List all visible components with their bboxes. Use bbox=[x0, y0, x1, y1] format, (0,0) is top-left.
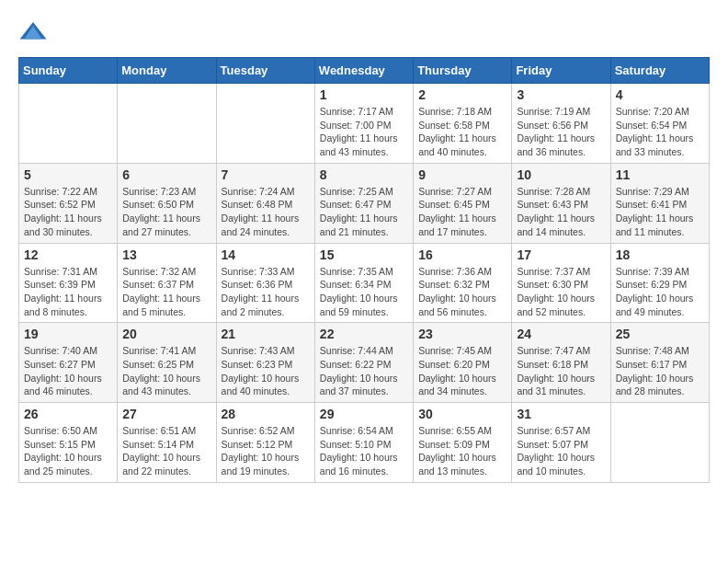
calendar-day-cell: 1Sunrise: 7:17 AM Sunset: 7:00 PM Daylig… bbox=[314, 84, 413, 164]
calendar-day-cell bbox=[610, 403, 709, 483]
day-info: Sunrise: 6:54 AM Sunset: 5:10 PM Dayligh… bbox=[320, 424, 408, 478]
day-info: Sunrise: 6:51 AM Sunset: 5:14 PM Dayligh… bbox=[122, 424, 210, 478]
column-header-sunday: Sunday bbox=[19, 58, 118, 84]
page-header bbox=[18, 18, 710, 48]
calendar-day-cell: 7Sunrise: 7:24 AM Sunset: 6:48 PM Daylig… bbox=[216, 163, 314, 243]
calendar-day-cell: 8Sunrise: 7:25 AM Sunset: 6:47 PM Daylig… bbox=[314, 163, 413, 243]
day-number: 1 bbox=[320, 87, 408, 102]
calendar-day-cell: 16Sunrise: 7:36 AM Sunset: 6:32 PM Dayli… bbox=[414, 243, 512, 323]
day-info: Sunrise: 7:24 AM Sunset: 6:48 PM Dayligh… bbox=[222, 185, 310, 239]
day-info: Sunrise: 6:57 AM Sunset: 5:07 PM Dayligh… bbox=[517, 424, 605, 478]
column-header-friday: Friday bbox=[512, 58, 610, 84]
column-header-wednesday: Wednesday bbox=[314, 58, 413, 84]
day-info: Sunrise: 7:37 AM Sunset: 6:30 PM Dayligh… bbox=[517, 265, 605, 319]
calendar-day-cell bbox=[216, 84, 314, 164]
calendar-week-row: 1Sunrise: 7:17 AM Sunset: 7:00 PM Daylig… bbox=[19, 84, 710, 164]
calendar-day-cell: 25Sunrise: 7:48 AM Sunset: 6:17 PM Dayli… bbox=[610, 323, 709, 403]
day-info: Sunrise: 7:45 AM Sunset: 6:20 PM Dayligh… bbox=[418, 344, 506, 398]
day-number: 21 bbox=[222, 327, 310, 341]
calendar-day-cell: 5Sunrise: 7:22 AM Sunset: 6:52 PM Daylig… bbox=[19, 163, 118, 243]
logo bbox=[18, 18, 51, 48]
day-info: Sunrise: 6:50 AM Sunset: 5:15 PM Dayligh… bbox=[24, 424, 112, 478]
day-number: 29 bbox=[320, 407, 408, 421]
calendar-day-cell: 17Sunrise: 7:37 AM Sunset: 6:30 PM Dayli… bbox=[512, 243, 610, 323]
calendar-week-row: 19Sunrise: 7:40 AM Sunset: 6:27 PM Dayli… bbox=[19, 323, 710, 403]
day-info: Sunrise: 7:28 AM Sunset: 6:43 PM Dayligh… bbox=[517, 185, 605, 239]
day-number: 5 bbox=[24, 167, 112, 182]
calendar-week-row: 12Sunrise: 7:31 AM Sunset: 6:39 PM Dayli… bbox=[19, 243, 710, 323]
day-number: 26 bbox=[24, 407, 112, 421]
day-number: 17 bbox=[517, 247, 605, 262]
calendar-day-cell: 9Sunrise: 7:27 AM Sunset: 6:45 PM Daylig… bbox=[414, 163, 512, 243]
calendar-day-cell: 29Sunrise: 6:54 AM Sunset: 5:10 PM Dayli… bbox=[314, 403, 413, 483]
logo-icon bbox=[18, 18, 48, 48]
day-number: 12 bbox=[24, 247, 112, 262]
day-number: 28 bbox=[222, 407, 310, 421]
calendar-day-cell: 26Sunrise: 6:50 AM Sunset: 5:15 PM Dayli… bbox=[19, 403, 118, 483]
calendar-day-cell: 6Sunrise: 7:23 AM Sunset: 6:50 PM Daylig… bbox=[118, 163, 216, 243]
day-number: 20 bbox=[122, 327, 210, 341]
day-number: 15 bbox=[320, 247, 408, 262]
day-number: 10 bbox=[517, 167, 605, 182]
day-number: 22 bbox=[320, 327, 408, 341]
column-header-monday: Monday bbox=[118, 58, 216, 84]
day-info: Sunrise: 7:25 AM Sunset: 6:47 PM Dayligh… bbox=[320, 185, 408, 239]
day-info: Sunrise: 7:35 AM Sunset: 6:34 PM Dayligh… bbox=[320, 265, 408, 319]
calendar-day-cell: 3Sunrise: 7:19 AM Sunset: 6:56 PM Daylig… bbox=[512, 84, 610, 164]
calendar-day-cell: 14Sunrise: 7:33 AM Sunset: 6:36 PM Dayli… bbox=[216, 243, 314, 323]
calendar-day-cell bbox=[118, 84, 216, 164]
calendar-week-row: 26Sunrise: 6:50 AM Sunset: 5:15 PM Dayli… bbox=[19, 403, 710, 483]
day-number: 16 bbox=[418, 247, 506, 262]
calendar-day-cell: 12Sunrise: 7:31 AM Sunset: 6:39 PM Dayli… bbox=[19, 243, 118, 323]
day-number: 13 bbox=[122, 247, 210, 262]
calendar-day-cell: 19Sunrise: 7:40 AM Sunset: 6:27 PM Dayli… bbox=[19, 323, 118, 403]
calendar-day-cell bbox=[19, 84, 118, 164]
calendar-week-row: 5Sunrise: 7:22 AM Sunset: 6:52 PM Daylig… bbox=[19, 163, 710, 243]
calendar-day-cell: 18Sunrise: 7:39 AM Sunset: 6:29 PM Dayli… bbox=[610, 243, 709, 323]
calendar-header-row: SundayMondayTuesdayWednesdayThursdayFrid… bbox=[19, 58, 710, 84]
calendar-day-cell: 10Sunrise: 7:28 AM Sunset: 6:43 PM Dayli… bbox=[512, 163, 610, 243]
day-number: 11 bbox=[616, 167, 704, 182]
day-number: 8 bbox=[320, 167, 408, 182]
day-number: 25 bbox=[616, 327, 704, 341]
calendar-day-cell: 15Sunrise: 7:35 AM Sunset: 6:34 PM Dayli… bbox=[314, 243, 413, 323]
day-number: 2 bbox=[418, 87, 506, 102]
day-info: Sunrise: 7:23 AM Sunset: 6:50 PM Dayligh… bbox=[122, 185, 210, 239]
day-info: Sunrise: 7:40 AM Sunset: 6:27 PM Dayligh… bbox=[24, 344, 112, 398]
day-number: 14 bbox=[222, 247, 310, 262]
day-number: 24 bbox=[517, 327, 605, 341]
day-info: Sunrise: 7:27 AM Sunset: 6:45 PM Dayligh… bbox=[418, 185, 506, 239]
day-info: Sunrise: 7:48 AM Sunset: 6:17 PM Dayligh… bbox=[616, 344, 704, 398]
calendar-day-cell: 21Sunrise: 7:43 AM Sunset: 6:23 PM Dayli… bbox=[216, 323, 314, 403]
day-info: Sunrise: 7:39 AM Sunset: 6:29 PM Dayligh… bbox=[616, 265, 704, 319]
calendar-day-cell: 22Sunrise: 7:44 AM Sunset: 6:22 PM Dayli… bbox=[314, 323, 413, 403]
day-number: 31 bbox=[517, 407, 605, 421]
calendar-day-cell: 31Sunrise: 6:57 AM Sunset: 5:07 PM Dayli… bbox=[512, 403, 610, 483]
day-info: Sunrise: 7:33 AM Sunset: 6:36 PM Dayligh… bbox=[222, 265, 310, 319]
day-info: Sunrise: 7:31 AM Sunset: 6:39 PM Dayligh… bbox=[24, 265, 112, 319]
calendar-day-cell: 30Sunrise: 6:55 AM Sunset: 5:09 PM Dayli… bbox=[414, 403, 512, 483]
day-info: Sunrise: 7:29 AM Sunset: 6:41 PM Dayligh… bbox=[616, 185, 704, 239]
day-number: 6 bbox=[122, 167, 210, 182]
day-info: Sunrise: 7:19 AM Sunset: 6:56 PM Dayligh… bbox=[517, 105, 605, 159]
column-header-tuesday: Tuesday bbox=[216, 58, 314, 84]
day-number: 3 bbox=[517, 87, 605, 102]
day-info: Sunrise: 7:41 AM Sunset: 6:25 PM Dayligh… bbox=[122, 344, 210, 398]
calendar-day-cell: 20Sunrise: 7:41 AM Sunset: 6:25 PM Dayli… bbox=[118, 323, 216, 403]
day-number: 18 bbox=[616, 247, 704, 262]
day-info: Sunrise: 7:17 AM Sunset: 7:00 PM Dayligh… bbox=[320, 105, 408, 159]
day-info: Sunrise: 7:20 AM Sunset: 6:54 PM Dayligh… bbox=[616, 105, 704, 159]
day-number: 7 bbox=[222, 167, 310, 182]
day-info: Sunrise: 7:32 AM Sunset: 6:37 PM Dayligh… bbox=[122, 265, 210, 319]
day-number: 9 bbox=[418, 167, 506, 182]
day-info: Sunrise: 7:43 AM Sunset: 6:23 PM Dayligh… bbox=[222, 344, 310, 398]
calendar-day-cell: 23Sunrise: 7:45 AM Sunset: 6:20 PM Dayli… bbox=[414, 323, 512, 403]
column-header-saturday: Saturday bbox=[610, 58, 709, 84]
day-info: Sunrise: 7:22 AM Sunset: 6:52 PM Dayligh… bbox=[24, 185, 112, 239]
day-info: Sunrise: 7:47 AM Sunset: 6:18 PM Dayligh… bbox=[517, 344, 605, 398]
calendar-table: SundayMondayTuesdayWednesdayThursdayFrid… bbox=[18, 57, 710, 483]
day-number: 23 bbox=[418, 327, 506, 341]
calendar-day-cell: 24Sunrise: 7:47 AM Sunset: 6:18 PM Dayli… bbox=[512, 323, 610, 403]
calendar-day-cell: 13Sunrise: 7:32 AM Sunset: 6:37 PM Dayli… bbox=[118, 243, 216, 323]
calendar-day-cell: 2Sunrise: 7:18 AM Sunset: 6:58 PM Daylig… bbox=[414, 84, 512, 164]
